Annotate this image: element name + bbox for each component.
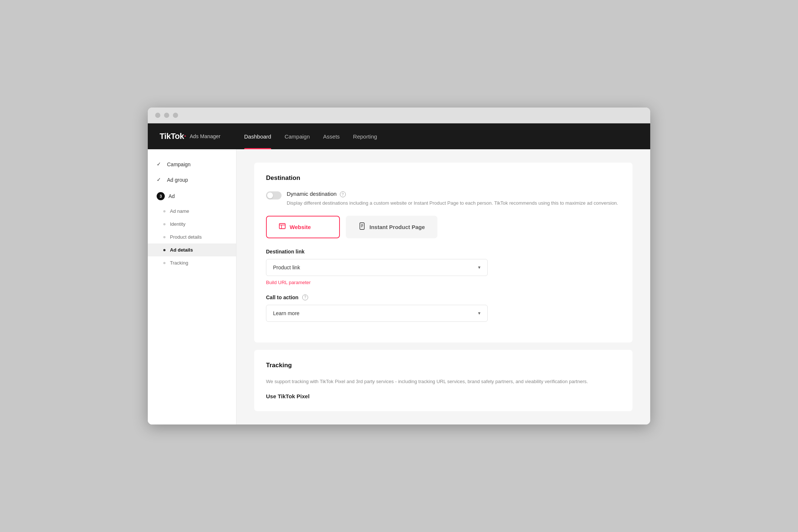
cta-value: Learn more bbox=[273, 310, 300, 316]
tracking-section: Tracking We support tracking with TikTok… bbox=[254, 350, 632, 411]
sidebar-ad-label: Ad bbox=[168, 193, 175, 199]
sidebar-item-adgroup[interactable]: ✓ Ad group bbox=[148, 172, 236, 188]
dynamic-destination-help-icon[interactable]: ? bbox=[340, 191, 346, 197]
destination-link-chevron-icon: ▾ bbox=[478, 265, 481, 270]
main-layout: ✓ Campaign ✓ Ad group 3 Ad Ad name Ident… bbox=[148, 149, 650, 424]
ad-step-badge: 3 bbox=[157, 192, 165, 200]
nav-item-assets[interactable]: Assets bbox=[323, 123, 340, 149]
destination-link-dropdown[interactable]: Product link ▾ bbox=[266, 259, 488, 276]
destination-section: Destination Dynamic destination ? Displa… bbox=[254, 163, 632, 342]
content-area: Destination Dynamic destination ? Displa… bbox=[236, 149, 650, 424]
adgroup-check-icon: ✓ bbox=[157, 177, 163, 183]
svg-rect-0 bbox=[279, 224, 285, 229]
instant-product-page-label: Instant Product Page bbox=[369, 224, 425, 230]
browser-chrome bbox=[148, 108, 650, 123]
sidebar-item-campaign[interactable]: ✓ Campaign bbox=[148, 157, 236, 172]
website-icon bbox=[279, 222, 286, 232]
dynamic-destination-content: Dynamic destination ? Display different … bbox=[287, 191, 618, 207]
logo-subtitle: Ads Manager bbox=[190, 133, 221, 139]
website-type-button[interactable]: Website bbox=[266, 216, 340, 238]
sidebar-sub-tracking[interactable]: Tracking bbox=[148, 256, 236, 269]
sub-dot-icon bbox=[163, 262, 166, 264]
destination-link-value: Product link bbox=[273, 265, 300, 270]
top-nav: TikTok· Ads Manager Dashboard Campaign A… bbox=[148, 123, 650, 149]
sub-dot-icon bbox=[163, 236, 166, 238]
browser-window: TikTok· Ads Manager Dashboard Campaign A… bbox=[148, 108, 650, 424]
dynamic-destination-label-row: Dynamic destination ? bbox=[287, 191, 618, 197]
sidebar-adgroup-label: Ad group bbox=[167, 177, 188, 183]
sub-dot-icon bbox=[163, 223, 166, 225]
nav-item-campaign[interactable]: Campaign bbox=[284, 123, 310, 149]
dynamic-destination-row: Dynamic destination ? Display different … bbox=[266, 191, 621, 207]
dynamic-destination-toggle[interactable] bbox=[266, 191, 282, 200]
destination-title: Destination bbox=[266, 174, 621, 182]
cta-help-icon[interactable]: ? bbox=[302, 294, 308, 300]
browser-dot-yellow bbox=[164, 113, 169, 118]
svg-rect-3 bbox=[360, 223, 364, 229]
sidebar-item-ad[interactable]: 3 Ad bbox=[148, 188, 236, 205]
nav-item-dashboard[interactable]: Dashboard bbox=[244, 123, 271, 149]
sidebar-sub-ad-name[interactable]: Ad name bbox=[148, 205, 236, 218]
logo-text: TikTok· bbox=[160, 132, 186, 141]
sub-dot-icon bbox=[163, 210, 166, 212]
tracking-description: We support tracking with TikTok Pixel an… bbox=[266, 378, 621, 386]
sidebar-campaign-label: Campaign bbox=[167, 161, 191, 167]
dynamic-destination-desc: Display different destinations including… bbox=[287, 200, 618, 207]
dynamic-destination-label: Dynamic destination bbox=[287, 191, 337, 197]
website-button-label: Website bbox=[290, 224, 311, 230]
destination-link-label: Destination link bbox=[266, 249, 621, 255]
build-url-parameter-link[interactable]: Build URL parameter bbox=[266, 280, 311, 285]
destination-link-section: Destination link Product link ▾ Build UR… bbox=[266, 249, 621, 286]
logo-area: TikTok· Ads Manager bbox=[160, 132, 221, 141]
sidebar-sub-identity[interactable]: Identity bbox=[148, 218, 236, 231]
dest-type-row: Website Instant Product Page bbox=[266, 216, 621, 238]
cta-dropdown[interactable]: Learn more ▾ bbox=[266, 305, 488, 322]
browser-dot-red bbox=[155, 113, 160, 118]
campaign-check-icon: ✓ bbox=[157, 161, 163, 168]
browser-dot-green bbox=[173, 113, 178, 118]
use-tiktok-pixel-label: Use TikTok Pixel bbox=[266, 393, 621, 399]
sidebar-sub-ad-details[interactable]: Ad details bbox=[148, 243, 236, 256]
instant-product-page-button[interactable]: Instant Product Page bbox=[346, 216, 437, 238]
sub-dot-active-icon bbox=[163, 249, 166, 251]
call-to-action-section: Call to action ? Learn more ▾ bbox=[266, 294, 621, 322]
logo-dot: · bbox=[184, 132, 186, 141]
cta-chevron-icon: ▾ bbox=[478, 310, 481, 316]
nav-item-reporting[interactable]: Reporting bbox=[353, 123, 377, 149]
cta-label: Call to action bbox=[266, 294, 299, 300]
sidebar: ✓ Campaign ✓ Ad group 3 Ad Ad name Ident… bbox=[148, 149, 236, 424]
cta-label-row: Call to action ? bbox=[266, 294, 621, 300]
tracking-title: Tracking bbox=[266, 362, 621, 369]
sidebar-sub-product-details[interactable]: Product details bbox=[148, 231, 236, 243]
instant-product-page-icon bbox=[358, 222, 366, 232]
nav-items: Dashboard Campaign Assets Reporting bbox=[244, 123, 377, 149]
